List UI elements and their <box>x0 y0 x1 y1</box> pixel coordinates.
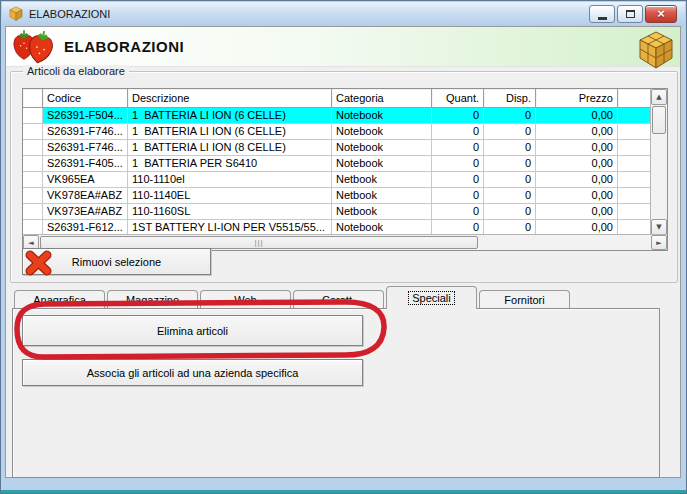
grid-header-row: CodiceDescrizioneCategoriaQuant.Disp.Pre… <box>23 89 652 108</box>
tab-web[interactable]: Web <box>200 290 291 309</box>
table-row[interactable]: S26391-F504...1 BATTERIA LI ION (6 CELLE… <box>23 108 652 124</box>
cell-prezzo: 0,00 <box>536 140 618 156</box>
red-x-icon <box>25 249 52 276</box>
cell-filler <box>618 124 652 140</box>
tab-label: Caratt. <box>322 294 355 306</box>
scroll-up-icon: ▲ <box>656 93 661 101</box>
cell-disp: 0 <box>484 156 536 172</box>
cell-disp: 0 <box>484 204 536 220</box>
tab-speciali[interactable]: Speciali <box>386 286 477 309</box>
cell-prezzo: 0,00 <box>536 172 618 188</box>
scroll-grip-icon: ||| <box>254 238 263 247</box>
row-selector-cell[interactable] <box>23 140 43 156</box>
table-row[interactable]: VK978EA#ABZ110-1140ELNetbook000,00 <box>23 188 652 204</box>
scroll-up-button[interactable]: ▲ <box>651 89 667 105</box>
articles-grid: CodiceDescrizioneCategoriaQuant.Disp.Pre… <box>22 88 668 251</box>
cell-filler <box>618 108 652 124</box>
scroll-down-button[interactable]: ▼ <box>651 219 667 235</box>
column-header-quant[interactable]: Quant. <box>432 89 484 108</box>
tab-label: Magazzino <box>126 294 179 306</box>
groupbox-label: Articoli da elaborare <box>23 65 129 77</box>
strawberries-icon <box>10 29 56 66</box>
column-header-selector[interactable] <box>23 89 43 108</box>
titlebar[interactable]: ELABORAZIONI × <box>2 2 685 26</box>
package-cube-icon <box>636 30 676 72</box>
cell-quant: 0 <box>432 188 484 204</box>
cell-filler <box>618 172 652 188</box>
row-selector-cell[interactable] <box>23 108 43 124</box>
cell-categoria: Netbook <box>332 204 432 220</box>
cell-codice: VK965EA <box>43 172 128 188</box>
table-row[interactable]: VK973EA#ABZ110-1160SLNetbook000,00 <box>23 204 652 220</box>
table-row[interactable]: S26391-F746...1 BATTERIA LI ION (8 CELLE… <box>23 140 652 156</box>
table-row[interactable]: S26391-F405...1 BATTERIA PER S6410Notebo… <box>23 156 652 172</box>
cell-descrizione: 1 BATTERIA LI ION (6 CELLE) <box>128 108 332 124</box>
cell-descrizione: 1 BATTERIA PER S6410 <box>128 156 332 172</box>
cell-disp: 0 <box>484 108 536 124</box>
window-title: ELABORAZIONI <box>29 8 110 20</box>
cell-disp: 0 <box>484 172 536 188</box>
table-row[interactable]: VK965EA110-1110elNetbook000,00 <box>23 172 652 188</box>
cell-prezzo: 0,00 <box>536 188 618 204</box>
scroll-down-icon: ▼ <box>656 223 661 231</box>
maximize-button[interactable] <box>617 5 643 23</box>
cell-quant: 0 <box>432 156 484 172</box>
cell-quant: 0 <box>432 204 484 220</box>
tab-caratt[interactable]: Caratt. <box>293 290 384 309</box>
tab-anagrafica[interactable]: Anagrafica <box>14 290 105 309</box>
cell-filler <box>618 188 652 204</box>
scroll-right-button[interactable]: ► <box>651 235 667 250</box>
vertical-scroll-thumb[interactable] <box>652 106 666 134</box>
associate-company-button[interactable]: Associa gli articoli ad una azienda spec… <box>22 359 363 386</box>
minimize-button[interactable] <box>589 5 615 23</box>
cell-categoria: Netbook <box>332 172 432 188</box>
scroll-left-icon: ◄ <box>28 239 33 247</box>
cell-quant: 0 <box>432 124 484 140</box>
tab-bar: AnagraficaMagazzinoWebCaratt.SpecialiFor… <box>14 286 572 309</box>
vertical-scrollbar[interactable]: ▲ ▼ <box>650 89 667 236</box>
row-selector-cell[interactable] <box>23 124 43 140</box>
cell-quant: 0 <box>432 172 484 188</box>
cell-disp: 0 <box>484 124 536 140</box>
cell-disp: 0 <box>484 188 536 204</box>
tab-fornitori[interactable]: Fornitori <box>479 290 570 309</box>
cell-codice: S26391-F746... <box>43 124 128 140</box>
page-title: ELABORAZIONI <box>64 38 184 55</box>
app-window: ELABORAZIONI × <box>0 0 687 494</box>
maximize-icon <box>626 10 635 18</box>
cell-descrizione: 110-1160SL <box>128 204 332 220</box>
client-area: ELABORAZIONI Articoli da elaborare Codic… <box>5 26 681 478</box>
cell-codice: VK973EA#ABZ <box>43 204 128 220</box>
cell-categoria: Netbook <box>332 188 432 204</box>
tab-label: Anagrafica <box>33 294 86 306</box>
cell-categoria: Notebook <box>332 124 432 140</box>
window-controls: × <box>589 5 677 23</box>
column-header-categoria[interactable]: Categoria <box>332 89 432 108</box>
cell-prezzo: 0,00 <box>536 204 618 220</box>
cell-categoria: Notebook <box>332 140 432 156</box>
header-banner: ELABORAZIONI <box>6 27 680 67</box>
cell-descrizione: 110-1110el <box>128 172 332 188</box>
cell-codice: S26391-F504... <box>43 108 128 124</box>
row-selector-cell[interactable] <box>23 204 43 220</box>
cell-categoria: Notebook <box>332 156 432 172</box>
row-selector-cell[interactable] <box>23 188 43 204</box>
column-header-codice[interactable]: Codice <box>43 89 128 108</box>
column-header-disp[interactable]: Disp. <box>484 89 536 108</box>
cell-prezzo: 0,00 <box>536 156 618 172</box>
column-header-filler <box>618 89 652 108</box>
close-icon: × <box>657 7 665 20</box>
cell-descrizione: 1 BATTERIA LI ION (6 CELLE) <box>128 124 332 140</box>
cell-descrizione: 1 BATTERIA LI ION (8 CELLE) <box>128 140 332 156</box>
delete-articles-button[interactable]: Elimina articoli <box>22 315 363 346</box>
row-selector-cell[interactable] <box>23 172 43 188</box>
close-button[interactable]: × <box>645 5 677 23</box>
minimize-icon <box>598 17 607 20</box>
column-header-prezzo[interactable]: Prezzo <box>536 89 618 108</box>
row-selector-cell[interactable] <box>23 156 43 172</box>
scroll-right-icon: ► <box>656 239 661 247</box>
tab-magazzino[interactable]: Magazzino <box>107 290 198 309</box>
table-row[interactable]: S26391-F746...1 BATTERIA LI ION (6 CELLE… <box>23 124 652 140</box>
column-header-descrizione[interactable]: Descrizione <box>128 89 332 108</box>
cell-filler <box>618 156 652 172</box>
